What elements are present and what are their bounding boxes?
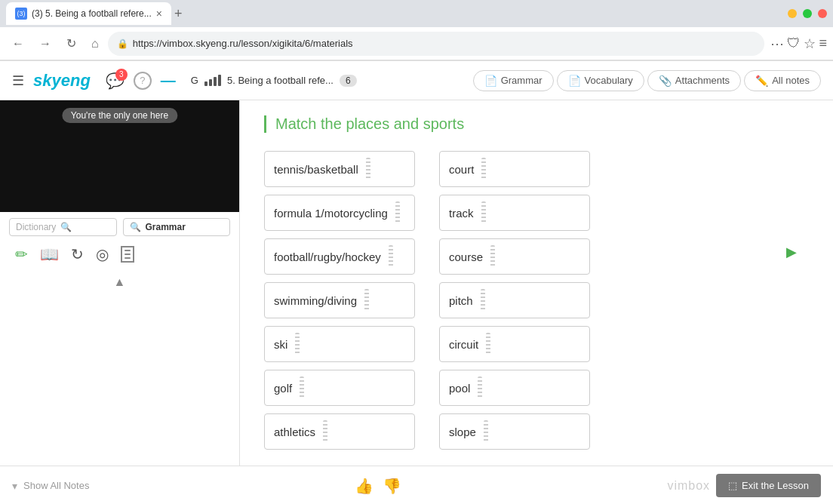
grid-icon[interactable] xyxy=(121,246,134,263)
cursor-pointer: ▶ xyxy=(786,244,797,260)
list-item[interactable]: football/rugby/hockey xyxy=(264,238,415,275)
reload-btn[interactable]: ↻ xyxy=(60,33,82,54)
place-label: pitch xyxy=(449,294,473,307)
sport-label: athletics xyxy=(274,426,315,438)
drag-handle[interactable] xyxy=(395,201,400,224)
sport-label: formula 1/motorcycling xyxy=(274,207,388,220)
sport-label: ski xyxy=(274,338,287,351)
list-item[interactable]: slope xyxy=(439,413,590,450)
win-maximize-btn[interactable] xyxy=(803,9,812,18)
thumbs-up-btn[interactable]: 👍 xyxy=(355,477,373,495)
tab-bar: (3) (3) 5. Being a football refere... × … xyxy=(0,0,833,27)
lesson-info: G 5. Being a football refe... 6 xyxy=(191,75,357,87)
place-label: slope xyxy=(449,426,476,438)
tab-grammar[interactable]: 📄 Grammar xyxy=(473,70,554,91)
hamburger-menu[interactable]: ☰ xyxy=(12,72,24,89)
sport-label: golf xyxy=(274,382,292,395)
notification-count: 3 xyxy=(115,69,128,81)
list-item[interactable]: circuit xyxy=(439,326,590,362)
tab-vocabulary[interactable]: 📄 Vocabulary xyxy=(557,70,644,91)
drag-handle[interactable] xyxy=(478,376,482,399)
pencil-icon[interactable]: ✏ xyxy=(15,245,28,263)
back-btn[interactable]: ← xyxy=(6,34,30,54)
help-btn[interactable]: ? xyxy=(134,72,152,90)
vocabulary-tab-icon: 📄 xyxy=(568,75,581,87)
exercise-title: Match the places and sports xyxy=(264,115,809,133)
sidebar-tools: Dictionary 🔍 🔍 Grammar ✏ 📖 ↻ ◎ xyxy=(0,212,239,272)
footer-right: vimbox ⬚ Exit the Lesson xyxy=(667,474,821,497)
collapse-chevron-icon[interactable]: ▾ xyxy=(12,480,17,492)
tab-all-notes[interactable]: ✏️ All notes xyxy=(744,70,821,91)
dictionary-label: Dictionary xyxy=(16,222,56,232)
sports-column: tennis/basketball formula 1/motorcycling… xyxy=(264,151,415,450)
show-all-notes-btn[interactable]: Show All Notes xyxy=(23,480,89,491)
list-item[interactable]: tennis/basketball xyxy=(264,151,415,187)
address-bar[interactable]: 🔒 xyxy=(108,32,765,56)
forward-btn[interactable]: → xyxy=(33,34,57,54)
you-only-badge: You're the only one here xyxy=(62,108,177,123)
new-tab-btn[interactable]: + xyxy=(174,6,183,22)
drag-handle[interactable] xyxy=(389,245,393,268)
list-item[interactable]: court xyxy=(439,151,590,187)
main-area: You're the only one here Dictionary 🔍 🔍 … xyxy=(0,100,833,466)
place-label: court xyxy=(449,163,474,176)
bookmark-icon[interactable]: ☆ xyxy=(804,35,816,52)
window-controls xyxy=(788,9,827,18)
list-item[interactable]: golf xyxy=(264,370,415,406)
drag-handle[interactable] xyxy=(366,158,370,180)
sport-label: tennis/basketball xyxy=(274,163,358,176)
tab-attachments[interactable]: 📎 Attachments xyxy=(647,70,741,91)
list-item[interactable]: athletics xyxy=(264,413,415,450)
drag-handle[interactable] xyxy=(300,376,304,399)
list-item[interactable]: pool xyxy=(439,370,590,406)
list-item[interactable]: pitch xyxy=(439,282,590,318)
active-tab[interactable]: (3) (3) 5. Being a football refere... × xyxy=(6,2,171,25)
drag-handle[interactable] xyxy=(490,245,495,268)
lesson-tabs: 📄 Grammar 📄 Vocabulary 📎 Attachments ✏️ … xyxy=(473,70,821,91)
list-item[interactable]: swimming/diving xyxy=(264,282,415,318)
url-input[interactable] xyxy=(133,38,756,49)
exit-lesson-btn[interactable]: ⬚ Exit the Lesson xyxy=(716,474,821,497)
lesson-g-label: G xyxy=(191,75,198,86)
grammar-tab-icon: 📄 xyxy=(484,75,497,87)
win-minimize-btn[interactable] xyxy=(788,9,797,18)
home-btn[interactable]: ⌂ xyxy=(85,34,105,54)
win-close-btn[interactable] xyxy=(818,9,827,18)
collapse-sidebar-btn[interactable]: ▲ xyxy=(0,272,239,292)
vocabulary-tab-label: Vocabulary xyxy=(585,75,633,86)
target-icon[interactable]: ◎ xyxy=(96,245,109,263)
extension-icon[interactable]: ⋯ xyxy=(770,35,784,52)
app: ☰ skyeng 💬 3 ? — G 5. Being a football r… xyxy=(0,61,833,504)
rect-line2 xyxy=(124,254,131,255)
drag-handle[interactable] xyxy=(481,158,486,180)
thumbs-down-btn[interactable]: 👎 xyxy=(383,477,401,495)
notifications[interactable]: 💬 3 xyxy=(106,72,124,90)
footer-center: 👍 👎 xyxy=(355,477,401,495)
place-label: pool xyxy=(449,382,470,395)
list-item[interactable]: track xyxy=(439,195,590,231)
matching-area: tennis/basketball formula 1/motorcycling… xyxy=(264,151,809,450)
drag-handle[interactable] xyxy=(295,333,300,355)
drag-handle[interactable] xyxy=(323,420,327,443)
refresh-icon[interactable]: ↻ xyxy=(71,245,84,263)
dictionary-search[interactable]: Dictionary 🔍 xyxy=(9,218,117,236)
drag-handle[interactable] xyxy=(486,333,490,355)
drag-handle[interactable] xyxy=(481,201,486,224)
drag-handle[interactable] xyxy=(481,289,485,312)
rect-line3 xyxy=(124,257,131,259)
list-item[interactable]: formula 1/motorcycling xyxy=(264,195,415,231)
minimize-btn[interactable]: — xyxy=(161,72,176,89)
notes-tab-label: All notes xyxy=(772,75,810,86)
drag-handle[interactable] xyxy=(484,420,488,443)
list-item[interactable]: ski xyxy=(264,326,415,362)
tab-close-btn[interactable]: × xyxy=(156,8,162,20)
search-icon: 🔍 xyxy=(60,222,72,232)
shield-icon[interactable]: 🛡 xyxy=(787,35,801,52)
menu-icon[interactable]: ≡ xyxy=(819,35,827,52)
bar1 xyxy=(204,81,207,86)
list-item[interactable]: course xyxy=(439,238,590,275)
tab-favicon: (3) xyxy=(15,8,27,20)
drag-handle[interactable] xyxy=(364,289,369,312)
book-icon[interactable]: 📖 xyxy=(40,245,59,263)
grammar-search-btn[interactable]: 🔍 Grammar xyxy=(123,218,231,236)
